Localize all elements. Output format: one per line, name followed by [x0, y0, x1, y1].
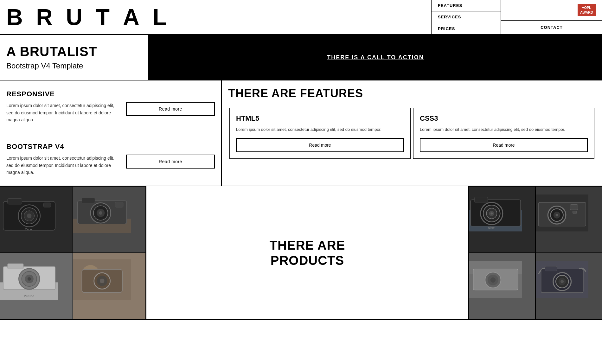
features-section-title: THERE ARE FEATURES: [228, 87, 596, 100]
hero-subtitle: Bootstrap V4 Template: [6, 61, 142, 70]
award-contact-area: ♥OPL AWARD CONTACT: [501, 0, 602, 34]
svg-rect-18: [8, 264, 23, 269]
svg-rect-10: [82, 198, 95, 203]
photo-cell-4: [73, 253, 146, 319]
photo-cell-6: [535, 186, 602, 253]
svg-point-38: [490, 212, 493, 214]
logo-l: L: [153, 6, 167, 29]
feature-bootstrap-content: Lorem ipsum dolor sit amet, consectetur …: [6, 155, 215, 176]
html5-read-more-button[interactable]: Read more: [236, 138, 404, 152]
nav-prices[interactable]: PRICES: [432, 23, 501, 34]
award-badge-area: ♥OPL AWARD: [501, 0, 602, 21]
features-grid: HTML5 Lorem ipsum dolor sit amet, consec…: [228, 106, 596, 160]
feature-card-css3: CSS3 Lorem ipsum dolor sit amet, consect…: [413, 108, 594, 159]
cta-text: THERE IS A CALL TO ACTION: [327, 54, 424, 61]
left-features: RESPONSIVE Lorem ipsum dolor sit amet, c…: [0, 80, 222, 185]
logo-a: A: [123, 6, 140, 29]
photo-cell-1: Canon: [0, 186, 73, 253]
svg-rect-15: [115, 202, 123, 207]
feature-bootstrap: BOOTSTRAP V4 Lorem ipsum dolor sit amet,…: [0, 133, 221, 185]
css3-read-more-button[interactable]: Read more: [420, 138, 588, 152]
feature-responsive: RESPONSIVE Lorem ipsum dolor sit amet, c…: [0, 80, 221, 133]
photo-cell-5: Nikon: [469, 186, 535, 253]
svg-point-30: [100, 278, 105, 283]
bootstrap-read-more-button[interactable]: Read more: [126, 155, 215, 169]
nav-features[interactable]: FEATURES: [432, 0, 501, 11]
feature-bootstrap-desc: Lorem ipsum dolor sit amet, consectetur …: [6, 155, 120, 176]
products-title: THERE AREPRODUCTS: [270, 238, 345, 268]
nav-menu: FEATURES SERVICES PRICES: [431, 0, 501, 34]
svg-rect-33: [475, 197, 488, 202]
logo-area: B R U T A L: [0, 0, 431, 34]
nav-services[interactable]: SERVICES: [432, 11, 501, 23]
svg-point-45: [555, 214, 558, 216]
award-badge: ♥OPL AWARD: [578, 4, 596, 16]
html5-desc: Lorem ipsum dolor sit amet, consectetur …: [236, 126, 404, 133]
logo: B R U T A L: [6, 6, 167, 29]
svg-point-60: [560, 280, 564, 283]
svg-rect-56: [545, 266, 557, 271]
feature-responsive-title: RESPONSIVE: [6, 90, 215, 98]
svg-point-5: [27, 214, 32, 218]
feature-responsive-content: Lorem ipsum dolor sit amet, consectetur …: [6, 102, 215, 123]
right-features: THERE ARE FEATURES HTML5 Lorem ipsum dol…: [222, 80, 602, 185]
products-center: THERE AREPRODUCTS: [146, 186, 468, 319]
css3-title: CSS3: [420, 114, 588, 123]
feature-card-html5: HTML5 Lorem ipsum dolor sit amet, consec…: [229, 108, 411, 159]
html5-title: HTML5: [236, 114, 404, 123]
svg-text:PENTAX: PENTAX: [24, 294, 35, 297]
content-row: RESPONSIVE Lorem ipsum dolor sit amet, c…: [0, 80, 602, 186]
svg-rect-6: [44, 203, 51, 207]
photo-cell-3: PENTAX: [0, 253, 73, 319]
photo-cell-7: [469, 253, 535, 319]
svg-rect-47: [573, 211, 576, 213]
svg-point-22: [28, 277, 31, 280]
photo-grid-left: Canon: [0, 186, 146, 319]
products-section: Canon: [0, 186, 602, 320]
photo-grid-right: Nikon: [468, 186, 602, 319]
logo-u: U: [66, 6, 83, 29]
svg-point-53: [490, 277, 496, 283]
responsive-read-more-button[interactable]: Read more: [126, 102, 215, 116]
logo-r: R: [36, 6, 53, 29]
css3-desc: Lorem ipsum dolor sit amet, consectetur …: [420, 126, 588, 133]
hero-cta-button[interactable]: THERE IS A CALL TO ACTION: [149, 35, 602, 80]
header: B R U T A L FEATURES SERVICES PRICES ♥OP…: [0, 0, 602, 35]
hero-title: A BRUTALIST: [6, 44, 142, 59]
feature-responsive-desc: Lorem ipsum dolor sit amet, consectetur …: [6, 102, 120, 123]
award-heart: ♥OPL: [580, 5, 593, 10]
svg-point-14: [99, 211, 102, 214]
svg-text:Nikon: Nikon: [488, 226, 495, 229]
hero-section: A BRUTALIST Bootstrap V4 Template THERE …: [0, 35, 602, 80]
award-label: AWARD: [580, 10, 593, 15]
photo-cell-2: [73, 186, 146, 253]
svg-text:Canon: Canon: [25, 227, 34, 231]
feature-bootstrap-title: BOOTSTRAP V4: [6, 143, 215, 151]
svg-rect-1: [8, 198, 22, 204]
svg-rect-46: [570, 204, 578, 210]
hero-text: A BRUTALIST Bootstrap V4 Template: [0, 35, 149, 80]
contact-nav-item[interactable]: CONTACT: [501, 21, 602, 35]
logo-t: T: [96, 6, 110, 29]
logo-b: B: [6, 6, 23, 29]
photo-cell-8: [535, 253, 602, 319]
